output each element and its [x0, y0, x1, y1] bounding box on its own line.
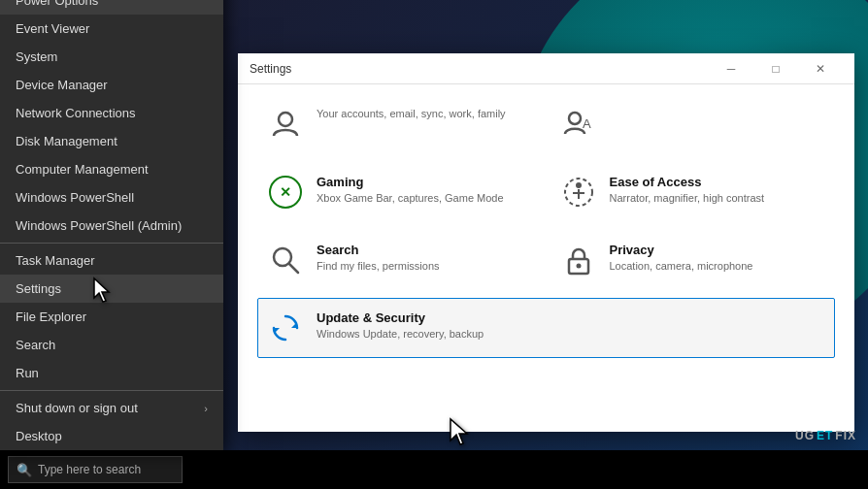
menu-item-desktop[interactable]: Desktop	[0, 422, 223, 450]
svg-point-10	[576, 264, 581, 269]
menu-item-powershell[interactable]: Windows PowerShell	[0, 183, 223, 212]
menu-item-computer-management[interactable]: Computer Management	[0, 155, 223, 183]
svg-point-0	[279, 113, 292, 126]
privacy-lock-icon	[561, 243, 596, 277]
settings-item-gaming[interactable]: ✕ Gaming Xbox Game Bar, captures, Game M…	[257, 162, 543, 222]
menu-divider-2	[0, 390, 223, 391]
menu-divider-1	[0, 243, 223, 244]
accounts-text: Your accounts, email, sync, work, family	[317, 107, 506, 121]
ease-of-access-icon	[561, 175, 596, 210]
context-menu: Apps and Features Power Options Event Vi…	[0, 0, 223, 450]
menu-item-power-options[interactable]: Power Options	[0, 0, 223, 15]
settings-grid: ✕ Gaming Xbox Game Bar, captures, Game M…	[257, 162, 835, 358]
search-magnifier-icon	[268, 243, 303, 277]
menu-item-disk-management[interactable]: Disk Management	[0, 127, 223, 155]
settings-item-ease[interactable]: Ease of Access Narrator, magnifier, high…	[551, 162, 836, 222]
close-button[interactable]: ✕	[798, 53, 843, 84]
settings-item-accounts[interactable]: Your accounts, email, sync, work, family	[257, 94, 543, 154]
menu-item-run[interactable]: Run	[0, 359, 223, 387]
svg-marker-11	[291, 322, 297, 328]
menu-item-shutdown[interactable]: Shut down or sign out ›	[0, 394, 223, 422]
taskbar-search[interactable]: 🔍 Type here to search	[8, 456, 183, 483]
maximize-button[interactable]: □	[753, 53, 798, 84]
menu-item-network-connections[interactable]: Network Connections	[0, 99, 223, 127]
desktop: Apps and Features Power Options Event Vi…	[0, 0, 868, 489]
privacy-text: Privacy Location, camera, microphone	[610, 243, 753, 274]
taskbar-search-text: Type here to search	[38, 463, 141, 476]
speech-icon: A	[561, 107, 596, 142]
gaming-icon: ✕	[268, 175, 303, 210]
svg-point-1	[569, 113, 581, 124]
menu-item-task-manager[interactable]: Task Manager	[0, 246, 223, 275]
settings-window: Settings ─ □ ✕ Your a	[238, 53, 854, 432]
settings-top-row: Your accounts, email, sync, work, family…	[257, 94, 835, 154]
update-security-icon	[268, 310, 303, 345]
menu-item-settings[interactable]: Settings	[0, 275, 223, 303]
svg-marker-12	[274, 328, 280, 334]
menu-item-file-explorer[interactable]: File Explorer	[0, 303, 223, 331]
menu-item-device-manager[interactable]: Device Manager	[0, 71, 223, 99]
ease-text: Ease of Access Narrator, magnifier, high…	[610, 175, 765, 206]
update-text: Update & Security Windows Update, recove…	[317, 310, 484, 342]
search-text: Search Find my files, permissions	[317, 243, 440, 274]
svg-text:A: A	[583, 116, 591, 131]
watermark-text-ug: UG	[795, 429, 815, 442]
watermark: UG ET FIX	[795, 429, 856, 442]
window-content: Your accounts, email, sync, work, family…	[238, 84, 854, 432]
settings-item-update[interactable]: Update & Security Windows Update, recove…	[257, 298, 835, 358]
svg-line-8	[289, 264, 298, 273]
taskbar: 🔍 Type here to search	[0, 450, 868, 489]
window-titlebar: Settings ─ □ ✕	[238, 53, 854, 84]
settings-item-privacy[interactable]: Privacy Location, camera, microphone	[551, 230, 836, 290]
svg-point-4	[576, 182, 582, 188]
accounts-icon	[268, 107, 303, 142]
minimize-button[interactable]: ─	[709, 53, 753, 84]
watermark-text-fix: FIX	[835, 429, 856, 442]
menu-item-search[interactable]: Search	[0, 331, 223, 359]
settings-item-search[interactable]: Search Find my files, permissions	[257, 230, 543, 290]
menu-item-event-viewer[interactable]: Event Viewer	[0, 15, 223, 43]
menu-item-system[interactable]: System	[0, 43, 223, 71]
submenu-arrow-icon: ›	[204, 403, 208, 414]
window-controls: ─ □ ✕	[709, 53, 843, 84]
taskbar-search-icon: 🔍	[17, 463, 32, 477]
menu-item-powershell-admin[interactable]: Windows PowerShell (Admin)	[0, 212, 223, 240]
settings-item-speech[interactable]: A	[551, 94, 836, 154]
window-title: Settings	[250, 62, 291, 76]
watermark-text-et: ET	[817, 429, 833, 442]
gaming-text: Gaming Xbox Game Bar, captures, Game Mod…	[317, 175, 504, 206]
